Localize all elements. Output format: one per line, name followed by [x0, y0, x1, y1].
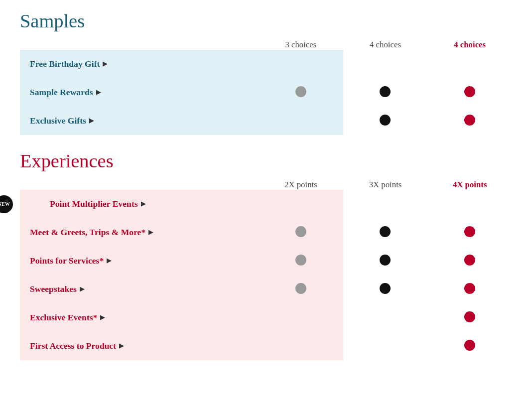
table-row: Exclusive Events* ▶	[20, 303, 512, 332]
dot-black-icon	[380, 255, 391, 266]
experiences-tier-3-header: 4X points	[427, 180, 512, 190]
samples-tier-2-label: 4 choices	[366, 32, 405, 57]
exclusive-gifts-tier-2-cell	[343, 107, 428, 135]
samples-header-row: 3 choices 4 choices 4 choices	[20, 40, 512, 50]
dot-gray-icon	[295, 283, 306, 294]
feature-point-multiplier-label: Point Multiplier Events	[50, 199, 138, 209]
dot-red-icon	[464, 311, 475, 322]
samples-title: Samples	[20, 10, 512, 32]
table-row: Free Birthday Gift ▶	[20, 50, 512, 78]
samples-section: Samples 3 choices 4 choices 4 choices	[20, 10, 512, 135]
feature-birthday-gift-arrow: ▶	[103, 60, 107, 68]
feature-first-access-arrow: ▶	[119, 342, 124, 350]
experiences-section: Experiences 2X points 3X points 4X point…	[20, 150, 512, 360]
dot-black-icon	[380, 226, 391, 237]
sweepstakes-tier-3-cell	[427, 275, 512, 303]
samples-tier-2-header: 4 choices	[343, 40, 428, 50]
experiences-table: 2X points 3X points 4X points NEW Point …	[20, 180, 512, 360]
meet-greets-tier-2-cell	[343, 218, 428, 247]
samples-table: 3 choices 4 choices 4 choices Free Birth…	[20, 40, 512, 135]
feature-sample-rewards[interactable]: Sample Rewards ▶	[20, 78, 259, 107]
sweepstakes-tier-1-cell	[259, 275, 343, 303]
exclusive-events-tier-2-cell	[343, 303, 428, 332]
first-access-tier-3-cell	[427, 332, 512, 360]
table-row: Exclusive Gifts ▶	[20, 107, 512, 135]
table-row: Points for Services* ▶	[20, 247, 512, 275]
dot-red-icon	[464, 340, 475, 351]
feature-exclusive-events[interactable]: Exclusive Events* ▶	[20, 303, 259, 332]
experiences-header-row: 2X points 3X points 4X points	[20, 180, 512, 190]
feature-exclusive-gifts-label: Exclusive Gifts	[30, 116, 86, 126]
dot-red-icon	[464, 226, 475, 237]
feature-cell-first-access: First Access to Product ▶	[20, 332, 259, 360]
table-row: Sweepstakes ▶	[20, 275, 512, 303]
feature-exclusive-events-label: Exclusive Events*	[30, 312, 97, 323]
new-badge: NEW	[0, 195, 13, 213]
feature-exclusive-events-arrow: ▶	[100, 314, 105, 321]
points-services-tier-2-cell	[343, 247, 428, 275]
exclusive-events-tier-3-cell	[427, 303, 512, 332]
dot-red-icon	[464, 115, 475, 126]
feature-point-multiplier[interactable]: Point Multiplier Events ▶	[50, 199, 145, 209]
feature-cell-point-multiplier: NEW Point Multiplier Events ▶	[20, 190, 259, 218]
sample-rewards-tier-2-cell	[343, 78, 428, 107]
feature-sweepstakes[interactable]: Sweepstakes ▶	[20, 275, 259, 303]
experiences-feature-header	[20, 180, 259, 190]
feature-sweepstakes-label: Sweepstakes	[30, 284, 77, 294]
feature-sample-rewards-label: Sample Rewards	[30, 87, 93, 98]
feature-cell-meet-greets: Meet & Greets, Trips & More* ▶	[20, 218, 259, 247]
dot-gray-icon	[295, 226, 306, 237]
feature-exclusive-gifts[interactable]: Exclusive Gifts ▶	[20, 107, 259, 135]
dot-gray-icon	[295, 86, 306, 97]
experiences-tier-2-header: 3X points	[343, 180, 428, 190]
experiences-tier-1-label: 2X points	[280, 172, 321, 197]
feature-points-services-label: Points for Services*	[30, 256, 104, 266]
first-access-tier-1-cell	[259, 332, 343, 360]
feature-cell-exclusive-gifts: Exclusive Gifts ▶	[20, 107, 259, 135]
experiences-tier-3-label: 4X points	[449, 172, 491, 197]
sample-rewards-tier-3-cell	[427, 78, 512, 107]
feature-cell-sweepstakes: Sweepstakes ▶	[20, 275, 259, 303]
experiences-tier-2-label: 3X points	[365, 172, 406, 197]
feature-birthday-gift-label: Free Birthday Gift	[30, 59, 100, 69]
feature-cell-points-services: Points for Services* ▶	[20, 247, 259, 275]
dot-black-icon	[380, 86, 391, 97]
meet-greets-tier-1-cell	[259, 218, 343, 247]
points-services-tier-3-cell	[427, 247, 512, 275]
feature-point-multiplier-arrow: ▶	[141, 200, 145, 208]
samples-feature-header	[20, 40, 259, 50]
samples-tier-1-label: 3 choices	[281, 32, 320, 57]
feature-points-services[interactable]: Points for Services* ▶	[20, 247, 259, 275]
feature-exclusive-gifts-arrow: ▶	[89, 117, 94, 125]
exclusive-gifts-tier-1-cell	[259, 107, 343, 135]
feature-first-access[interactable]: First Access to Product ▶	[20, 332, 259, 360]
feature-points-services-arrow: ▶	[107, 257, 111, 265]
dot-red-icon	[464, 86, 475, 97]
dot-red-icon	[464, 283, 475, 294]
table-row: NEW Point Multiplier Events ▶	[20, 190, 512, 218]
feature-meet-greets[interactable]: Meet & Greets, Trips & More* ▶	[20, 218, 259, 247]
exclusive-events-tier-1-cell	[259, 303, 343, 332]
feature-cell-exclusive-events: Exclusive Events* ▶	[20, 303, 259, 332]
samples-tier-1-header: 3 choices	[259, 40, 343, 50]
table-row: Sample Rewards ▶	[20, 78, 512, 107]
dot-black-icon	[380, 283, 391, 294]
feature-birthday-gift[interactable]: Free Birthday Gift ▶	[20, 50, 259, 78]
dot-black-icon	[380, 115, 391, 126]
sweepstakes-tier-2-cell	[343, 275, 428, 303]
table-row: First Access to Product ▶	[20, 332, 512, 360]
samples-tier-3-header: 4 choices	[427, 40, 512, 50]
exclusive-gifts-tier-3-cell	[427, 107, 512, 135]
feature-meet-greets-label: Meet & Greets, Trips & More*	[30, 227, 145, 238]
experiences-tier-1-header: 2X points	[259, 180, 343, 190]
table-row: Meet & Greets, Trips & More* ▶	[20, 218, 512, 247]
feature-sweepstakes-arrow: ▶	[80, 285, 84, 293]
feature-cell-sample-rewards: Sample Rewards ▶	[20, 78, 259, 107]
samples-tier-3-label: 4 choices	[450, 32, 490, 57]
sample-rewards-tier-1-cell	[259, 78, 343, 107]
feature-cell-birthday: Free Birthday Gift ▶	[20, 50, 259, 78]
experiences-title: Experiences	[20, 150, 512, 172]
feature-meet-greets-arrow: ▶	[148, 229, 153, 236]
first-access-tier-2-cell	[343, 332, 428, 360]
feature-sample-rewards-arrow: ▶	[96, 89, 101, 96]
